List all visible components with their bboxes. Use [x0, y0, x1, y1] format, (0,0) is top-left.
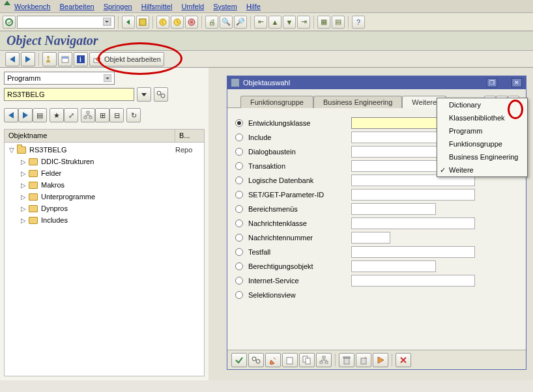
refresh-button[interactable]: ↻: [126, 108, 141, 122]
print-icon[interactable]: 🖨: [205, 16, 218, 29]
first-page-icon[interactable]: ⇤: [254, 16, 267, 29]
radio-dialogbaustein[interactable]: [235, 148, 243, 156]
radio-nachrichtennummer[interactable]: [235, 234, 243, 242]
nav-stack-button[interactable]: ▤: [33, 108, 47, 122]
shortcut-icon[interactable]: ▤: [332, 16, 345, 29]
execute-button[interactable]: [373, 353, 388, 367]
copy-button[interactable]: [299, 353, 315, 367]
info-button[interactable]: i: [74, 52, 88, 66]
expand-icon[interactable]: ▷: [20, 158, 27, 165]
tree-node[interactable]: ▷Makros: [5, 179, 204, 191]
rename-button[interactable]: [356, 353, 371, 367]
restore-button[interactable]: ❐: [487, 78, 497, 87]
radio-internet-service[interactable]: [235, 277, 243, 285]
value-field[interactable]: [351, 203, 436, 215]
tree-header-name[interactable]: Objektname: [5, 130, 175, 142]
exit-icon[interactable]: [171, 16, 184, 29]
tab-funktionsgruppe[interactable]: Funktionsgruppe: [240, 96, 313, 108]
menu-item-dictionary[interactable]: Dictionary: [437, 98, 527, 111]
expand-subtree-button[interactable]: ⤢: [64, 108, 78, 122]
find-next-icon[interactable]: 🔎: [234, 16, 247, 29]
tree-root[interactable]: ▽ RS3TBELG Repo: [5, 144, 204, 156]
menu-umfeld[interactable]: Umfeld: [181, 3, 204, 10]
cancel-icon[interactable]: [185, 16, 198, 29]
tree-node[interactable]: ▷DDIC-Strukturen: [5, 156, 204, 167]
confirm-button[interactable]: [231, 353, 247, 367]
tree-header-col2[interactable]: B...: [175, 130, 204, 142]
command-field[interactable]: [17, 16, 115, 29]
display-button[interactable]: [248, 353, 264, 367]
expand-icon[interactable]: ▷: [20, 205, 27, 212]
edit-object-button[interactable]: Objekt bearbeiten: [89, 52, 164, 66]
cancel-button[interactable]: [396, 353, 411, 367]
value-field[interactable]: [351, 217, 475, 229]
expand-icon[interactable]: ▷: [20, 182, 27, 188]
change-button[interactable]: [265, 353, 281, 367]
object-name-input[interactable]: RS3TBELG: [4, 88, 134, 101]
radio-set-get-parameter-id[interactable]: [235, 191, 243, 199]
find-icon[interactable]: 🔍: [220, 16, 233, 29]
subobjects-button[interactable]: [316, 353, 332, 367]
nav-forward-button[interactable]: [21, 52, 35, 66]
menu-hilfe[interactable]: Hilfe: [246, 3, 261, 10]
last-page-icon[interactable]: ⇥: [297, 16, 310, 29]
value-field[interactable]: [351, 275, 475, 287]
value-field[interactable]: [351, 260, 436, 272]
add-favorite-button[interactable]: ★: [50, 108, 64, 122]
object-type-combo[interactable]: Programm: [4, 72, 115, 85]
menu-springen[interactable]: Springen: [104, 3, 132, 10]
tree-node[interactable]: ▷Felder: [5, 167, 204, 179]
object-name-dropdown[interactable]: [137, 87, 151, 102]
close-button[interactable]: ✕: [511, 78, 522, 87]
prev-page-icon[interactable]: ▲: [268, 16, 281, 29]
menu-item-business-eng[interactable]: Business Engineering: [437, 150, 527, 163]
enter-button[interactable]: [3, 16, 16, 29]
menu-workbench[interactable]: Workbench: [14, 3, 50, 10]
back-icon[interactable]: [156, 16, 169, 29]
collapse-all-button[interactable]: ⊟: [109, 108, 124, 122]
hierarchy-button[interactable]: [81, 108, 95, 122]
enhancement-button[interactable]: [58, 52, 72, 66]
radio-nachrichtenklasse[interactable]: [235, 219, 243, 227]
radio-include[interactable]: [235, 133, 243, 141]
menu-bearbeiten[interactable]: Bearbeiten: [59, 3, 94, 10]
menu-item-weitere[interactable]: Weitere: [437, 163, 527, 176]
radio-transaktion[interactable]: [235, 162, 243, 170]
menu-item-funktionsgruppe[interactable]: Funktionsgruppe: [437, 137, 527, 150]
next-object-button[interactable]: [18, 108, 33, 122]
radio-selektionsview[interactable]: [235, 291, 243, 299]
radio-logische-datenbank[interactable]: [235, 176, 243, 184]
command-dropdown-icon[interactable]: [103, 18, 112, 27]
back-button[interactable]: [122, 16, 135, 29]
next-page-icon[interactable]: ▼: [283, 16, 296, 29]
create-button[interactable]: [282, 353, 298, 367]
other-object-button[interactable]: [42, 52, 57, 66]
display-button[interactable]: [154, 87, 168, 102]
nav-back-button[interactable]: [5, 52, 20, 66]
expand-icon[interactable]: ▽: [8, 147, 15, 153]
tree-node[interactable]: ▷Dynpros: [5, 203, 204, 214]
tree-node[interactable]: ▷Unterprogramme: [5, 191, 204, 203]
menu-system[interactable]: System: [213, 3, 237, 10]
tab-business-engineering[interactable]: Business Engineering: [313, 96, 402, 108]
prev-object-button[interactable]: [4, 108, 18, 122]
menu-item-klassenbibliothek[interactable]: Klassenbibliothek: [437, 111, 527, 124]
menu-hilfsmittel[interactable]: Hilfsmittel: [141, 3, 173, 10]
radio-bereichsmen-s[interactable]: [235, 205, 243, 213]
delete-button[interactable]: [339, 353, 354, 367]
radio-testfall[interactable]: [235, 248, 243, 256]
help-icon[interactable]: ?: [352, 16, 365, 29]
radio-entwicklungsklasse[interactable]: [235, 119, 243, 127]
expand-icon[interactable]: ▷: [20, 170, 27, 176]
save-button[interactable]: [136, 16, 149, 29]
tree-node[interactable]: ▷Includes: [5, 214, 204, 226]
expand-icon[interactable]: ▷: [20, 217, 27, 223]
value-field[interactable]: [351, 246, 475, 258]
expand-icon[interactable]: ▷: [20, 193, 27, 200]
radio-berechtigungsobjekt[interactable]: [235, 262, 243, 270]
value-field[interactable]: [351, 232, 390, 244]
where-used-button[interactable]: ⊞: [95, 108, 109, 122]
menu-item-programm[interactable]: Programm: [437, 124, 527, 137]
value-field[interactable]: [351, 189, 475, 201]
new-session-icon[interactable]: ▦: [317, 16, 330, 29]
